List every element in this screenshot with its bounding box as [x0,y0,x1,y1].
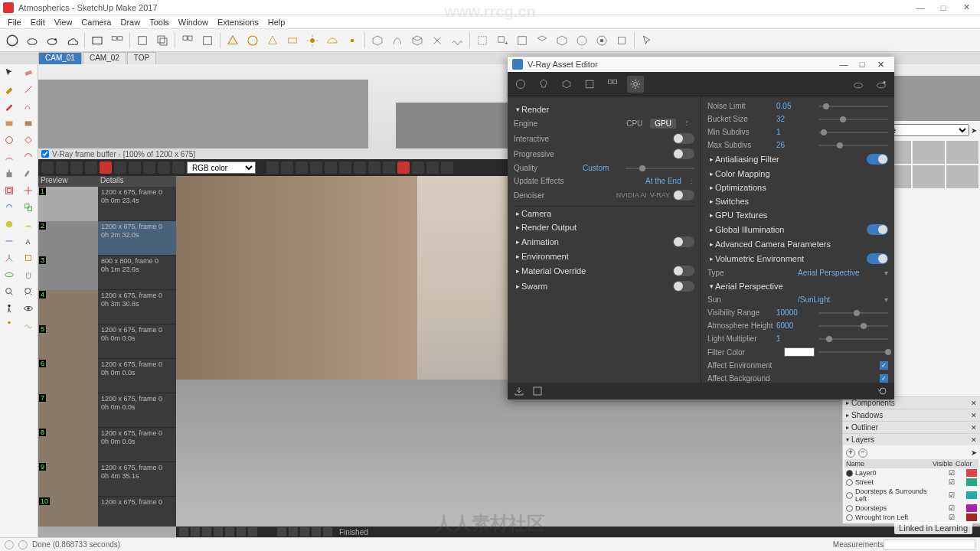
menu-draw[interactable]: Draw [116,18,145,27]
history-item[interactable]: 3800 x 800, frame 00h 1m 23.6s [38,256,176,290]
layer-row[interactable]: Wrought Iron Left☑ [844,513,978,522]
menu-camera[interactable]: Camera [77,18,116,27]
vfb-st10-icon[interactable] [300,527,309,536]
pan-tool-icon[interactable] [19,266,38,283]
mat-swatch[interactable] [946,165,978,188]
layer-row[interactable]: Layer0☑ [844,468,978,478]
ae-render-interactive-icon[interactable] [873,76,890,93]
ae-camera-section[interactable]: ▸Camera [514,207,694,220]
vfb-red-icon[interactable] [100,161,112,174]
ae-tab-render-icon[interactable] [581,76,598,93]
ae-atmos-slider[interactable] [819,325,888,327]
shape-poly-icon[interactable] [224,31,242,50]
history-item[interactable]: 61200 x 675, frame 00h 0m 0.0s [38,359,176,393]
edit1-icon[interactable] [513,31,531,50]
vray-export-icon[interactable] [198,31,217,50]
ae-denoiser-vray[interactable]: V-RAY [650,191,670,199]
material-arrow-icon[interactable]: ➤ [971,126,977,135]
edit5-icon[interactable] [593,31,611,50]
vfb-f8-icon[interactable] [441,161,453,174]
vray-render-icon[interactable] [3,31,21,50]
history-item[interactable]: 21200 x 675, frame 00h 2m 32.0s [38,221,176,256]
zoomext-tool-icon[interactable] [19,283,38,300]
ae-maxsubdivs-slider[interactable] [819,145,888,146]
ae-section-volumetric-environment[interactable]: ▸Volumetric Environment [707,251,888,266]
ae-filtercolor-swatch[interactable] [784,347,815,357]
vfb-st1-icon[interactable] [179,527,188,536]
ae-denoiser-nvidia[interactable]: NVIDIA AI [616,191,647,199]
status-help-icon[interactable] [18,540,28,549]
vfb-g-icon[interactable] [296,161,308,174]
vfb-f2-icon[interactable] [354,161,366,174]
menu-edit[interactable]: Edit [26,18,50,27]
sandbox-tool-icon[interactable] [19,317,38,334]
ae-aerial-section[interactable]: ▾Aerial Perspective [707,279,888,293]
ae-sun-select[interactable]: /SunLight [798,295,888,304]
scene-tab-top[interactable]: TOP [127,52,156,64]
ae-section-antialiasing-filter[interactable]: ▸Antialiasing Filter [707,152,888,167]
ae-tab-textures-icon[interactable] [604,76,621,93]
edit4-icon[interactable] [573,31,591,50]
pushpull-tool-icon[interactable] [0,165,19,182]
edit6-icon[interactable] [612,31,631,50]
ae-updateeffects-menu-icon[interactable]: ⋮ [688,178,694,184]
ae-toggle-global-illumination[interactable] [867,224,888,235]
select-tool-icon[interactable] [0,64,19,81]
vfb-st12-icon[interactable] [323,527,332,536]
eraser-tool-icon[interactable] [19,64,38,81]
shape-cone-icon[interactable] [263,31,282,50]
ae-lightmult-slider[interactable] [819,338,888,340]
ae-atmos-value[interactable]: 6000 [776,321,819,330]
panel-layers[interactable]: ▾Layers✕ [843,434,980,445]
vfb-checkbox[interactable] [41,150,49,158]
measurements-input[interactable] [884,540,975,550]
menu-view[interactable]: View [50,18,77,27]
clipper-icon[interactable] [428,31,446,50]
ae-toggle-antialiasing-filter[interactable] [867,154,888,165]
select-icon[interactable] [473,31,492,50]
walk-tool-icon[interactable] [0,300,19,317]
vfb-st6-icon[interactable] [237,527,246,536]
dim-tool-icon[interactable] [0,233,19,249]
vfb-f7-icon[interactable] [426,161,439,174]
menu-window[interactable]: Window [174,18,213,27]
minimize-button[interactable]: — [910,2,931,14]
history-item[interactable]: 11200 x 675, frame 00h 0m 23.4s [38,187,176,221]
ae-tab-geometry-icon[interactable] [558,76,575,93]
axes-tool-icon[interactable] [0,249,19,266]
layer-add-icon[interactable]: + [846,448,855,458]
ae-section-switches[interactable]: ▸Switches [707,194,888,208]
vfb-load-icon[interactable] [70,161,83,174]
vfb-mono-icon[interactable] [325,161,337,174]
protractor-tool-icon[interactable] [19,216,38,233]
vray-vp-icon[interactable] [88,31,106,50]
ae-swarm-section[interactable]: ▸Swarm [514,279,694,294]
arc-tool-icon[interactable] [0,148,19,165]
ae-denoiser-toggle[interactable] [673,190,694,201]
vfb-save-icon[interactable] [56,161,68,174]
ae-visibility-value[interactable]: 10000 [776,308,819,317]
panel-outliner[interactable]: ▸Outliner✕ [843,422,980,433]
position-tool-icon[interactable] [0,317,19,334]
rect2-tool-icon[interactable] [19,115,38,132]
ae-minsubdivs-slider[interactable] [819,132,888,133]
ae-matoverride-toggle[interactable] [673,266,694,276]
vfb-bch-icon[interactable] [310,161,322,174]
ae-bucketsize-slider[interactable] [819,119,888,120]
ae-section-color-mapping[interactable]: ▸Color Mapping [707,167,888,181]
vfb-f3-icon[interactable] [368,161,381,174]
ae-save-icon[interactable] [532,386,543,396]
vfb-st2-icon[interactable] [191,527,200,536]
vray-batch-icon[interactable] [108,31,126,50]
ae-render-section[interactable]: ▾Render [514,103,694,116]
layer-menu-icon[interactable]: ➤ [971,448,977,458]
line-tool-icon[interactable] [19,81,38,98]
history-item[interactable]: 51200 x 675, frame 00h 0m 0.0s [38,324,176,359]
ae-progressive-toggle[interactable] [673,148,694,159]
layer-remove-icon[interactable]: − [858,448,867,458]
look-tool-icon[interactable] [19,300,38,317]
ae-section-gpu-textures[interactable]: ▸GPU Textures [707,208,888,222]
ae-affbg-checkbox[interactable]: ✓ [880,374,888,383]
mat-swatch[interactable] [913,165,945,188]
mat-swatch[interactable] [946,141,978,164]
